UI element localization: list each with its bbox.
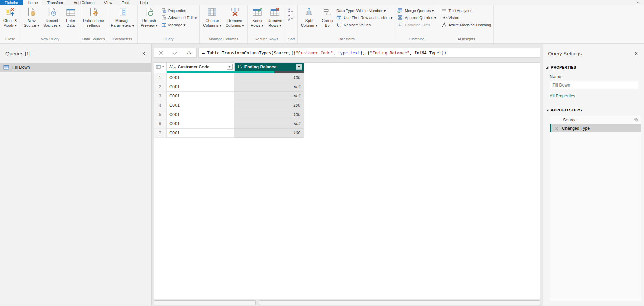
row-number[interactable]: 2 — [154, 82, 167, 92]
cell-ending-balance[interactable]: 100 — [235, 73, 304, 82]
column-type-icon: 123 — [237, 64, 242, 70]
ribbon-button-data-type-whole-number[interactable]: Data Type: Whole Number ▾ — [336, 8, 392, 13]
cell-customer-code[interactable]: C001 — [167, 73, 235, 82]
ribbon-button-manage[interactable]: Manage ▾ — [161, 22, 197, 28]
formula-input[interactable]: = Table.TransformColumnTypes(Source,{{"C… — [198, 48, 540, 58]
queries-panel-header: Queries [1] — [0, 44, 151, 58]
fx-icon[interactable]: fx — [187, 50, 192, 55]
row-number[interactable]: 7 — [154, 129, 167, 138]
cell-ending-balance[interactable]: 100 — [235, 110, 304, 119]
ribbon-button-new-source[interactable]: New Source ▾ — [22, 5, 41, 28]
ribbon-button-keep-rows[interactable]: Keep Rows ▾ — [249, 5, 266, 28]
column-header-customer-code[interactable]: ABCCustomer Code — [167, 63, 235, 71]
select-all-corner[interactable] — [154, 63, 167, 71]
ribbon: Close & Apply ▾CloseNew Source ▾Recent S… — [0, 5, 644, 44]
ribbon-button-data-source-settings[interactable]: Data source settings — [81, 5, 106, 28]
menu-tab-add-column[interactable]: Add Column — [69, 0, 99, 5]
remove-columns-icon — [230, 7, 240, 17]
cell-customer-code[interactable]: C001 — [167, 101, 235, 110]
gear-icon[interactable] — [633, 117, 639, 122]
ribbon-button-advanced-editor[interactable]: Advanced Editor — [161, 15, 197, 21]
ribbon-group-combine: Merge Queries ▾Append Queries ▾Combine F… — [395, 5, 439, 43]
ribbon-group-ai-insights: Text AnalyticsVisionAzure Machine Learni… — [439, 5, 494, 43]
ribbon-button-merge-queries[interactable]: Merge Queries ▾ — [397, 8, 436, 13]
row-number[interactable]: 5 — [154, 110, 167, 119]
scrollbar-thumb-left[interactable] — [154, 300, 256, 305]
commit-button[interactable] — [173, 50, 178, 55]
ribbon-button-azure-machine-learning[interactable]: Azure Machine Learning — [442, 22, 491, 28]
table-row: 7C001100 — [154, 129, 540, 138]
cell-ending-balance[interactable]: null — [235, 92, 304, 101]
scrollbar-thumb-right[interactable] — [259, 300, 540, 305]
formula-expand-button[interactable] — [532, 51, 536, 55]
menu-tab-tools[interactable]: Tools — [117, 0, 135, 5]
ribbon-group-label: Parameters — [109, 36, 136, 43]
row-number[interactable]: 3 — [154, 92, 167, 101]
table-row: 3C001null — [154, 92, 540, 101]
row-number[interactable]: 1 — [154, 73, 167, 82]
ribbon-button-append-queries[interactable]: Append Queries ▾ — [397, 15, 436, 21]
menu-tab-home[interactable]: Home — [23, 0, 42, 5]
column-header-ending-balance[interactable]: 123Ending Balance — [235, 63, 304, 71]
applied-step-changed-type[interactable]: Changed Type — [550, 124, 641, 132]
table-row: 6C001null — [154, 119, 540, 129]
delete-step-icon[interactable] — [555, 126, 559, 131]
menu-tab-view[interactable]: View — [99, 0, 117, 5]
query-item-fill-down[interactable]: Fill Down — [0, 63, 151, 72]
chevron-up-icon[interactable] — [635, 0, 641, 5]
ribbon-button-text-analytics[interactable]: Text Analytics — [442, 8, 491, 13]
menu-tab-transform[interactable]: Transform — [42, 0, 69, 5]
close-apply-icon — [5, 7, 15, 17]
cell-ending-balance[interactable]: null — [235, 119, 304, 129]
row-number[interactable]: 4 — [154, 101, 167, 110]
ribbon-button-group-by[interactable]: Group By — [319, 5, 335, 28]
ribbon-button-split-column[interactable]: Split Column ▾ — [299, 5, 320, 28]
query-name-input[interactable] — [550, 81, 638, 89]
ribbon-group-label: Query — [139, 36, 198, 43]
ribbon-button-vision[interactable]: Vision — [442, 15, 491, 21]
cell-customer-code[interactable]: C001 — [167, 129, 235, 138]
ribbon-button-combine-files[interactable]: Combine Files — [397, 22, 436, 28]
ribbon-button-remove-columns[interactable]: Remove Columns ▾ — [224, 5, 246, 28]
close-icon[interactable] — [634, 51, 639, 56]
cell-customer-code[interactable]: C001 — [167, 92, 235, 101]
grid-body: 1C0011002C001null3C001null4C0011005C0011… — [154, 73, 540, 138]
applied-step-source[interactable]: Source — [550, 116, 641, 124]
refresh-preview-icon — [144, 7, 154, 17]
replace-values-icon: 12 — [336, 22, 341, 27]
filter-dropdown-button[interactable] — [227, 64, 233, 70]
ribbon-group-parameters: Manage Parameters ▾Parameters — [108, 5, 138, 43]
cell-ending-balance[interactable]: 100 — [235, 101, 304, 110]
ribbon-button-choose-columns[interactable]: Choose Columns ▾ — [201, 5, 223, 28]
properties-section-header[interactable]: PROPERTIES — [546, 65, 644, 69]
chevron-left-icon[interactable] — [142, 51, 146, 56]
cell-customer-code[interactable]: C001 — [167, 110, 235, 119]
menu-tab-ficheiro[interactable]: Ficheiro — [0, 0, 23, 5]
menu-tab-help[interactable]: Help — [135, 0, 153, 5]
filter-dropdown-button[interactable] — [296, 64, 302, 70]
ribbon-button-replace-values[interactable]: 12Replace Values — [336, 22, 392, 28]
ribbon-button-use-first-row-as-headers[interactable]: Use First Row as Headers ▾ — [336, 15, 392, 21]
ribbon-button-manage-parameters[interactable]: Manage Parameters ▾ — [109, 5, 136, 28]
cell-ending-balance[interactable]: 100 — [235, 129, 304, 138]
ribbon-button-enter-data[interactable]: Enter Data — [63, 5, 79, 28]
ribbon-button-recent-sources[interactable]: Recent Sources ▾ — [41, 5, 63, 28]
combine-files-icon — [397, 22, 403, 27]
ribbon-button-close-apply[interactable]: Close & Apply ▾ — [1, 5, 19, 28]
cell-ending-balance[interactable]: null — [235, 82, 304, 92]
ribbon-button-za-sort-icon[interactable]: ZA — [288, 15, 294, 21]
cancel-button[interactable] — [158, 50, 164, 55]
applied-steps-section-header[interactable]: APPLIED STEPS — [546, 108, 644, 112]
cell-customer-code[interactable]: C001 — [167, 82, 235, 92]
horizontal-scrollbar — [154, 300, 540, 305]
all-properties-link[interactable]: All Properties — [550, 94, 575, 98]
grid-corner-icon — [156, 64, 161, 69]
ribbon-button-properties[interactable]: Properties — [161, 8, 197, 13]
row-number[interactable]: 6 — [154, 119, 167, 129]
queries-panel-title: Queries [1] — [5, 51, 30, 56]
ribbon-button-refresh-preview[interactable]: Refresh Preview ▾ — [139, 5, 160, 28]
cell-customer-code[interactable]: C001 — [167, 119, 235, 129]
ribbon-button-az-sort-icon[interactable]: AZ — [288, 8, 294, 13]
ribbon-button-remove-rows[interactable]: Remove Rows ▾ — [266, 5, 284, 28]
query-list: Fill Down — [0, 63, 151, 72]
